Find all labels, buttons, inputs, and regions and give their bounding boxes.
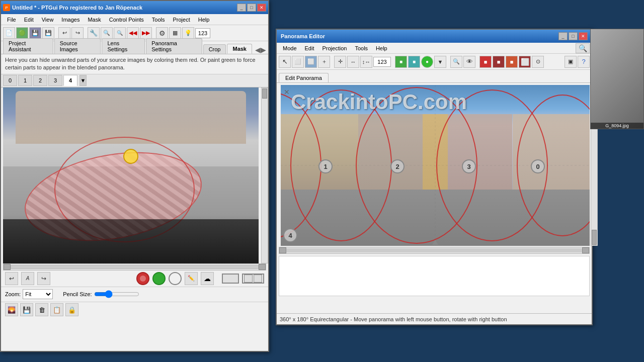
file-save-button[interactable]: 💾: [20, 303, 33, 316]
pano-tb-teal[interactable]: ■: [408, 56, 420, 68]
menu-file[interactable]: File: [3, 16, 20, 24]
pano-tb-cursor[interactable]: ↖: [279, 56, 291, 68]
menu-edit[interactable]: Edit: [20, 16, 38, 24]
mask-image-canvas[interactable]: [3, 87, 259, 263]
pano-tb-circle-green[interactable]: ●: [421, 56, 433, 68]
pano-tb-right: ▣ ?: [565, 56, 590, 68]
pencil-size-slider[interactable]: [94, 290, 139, 298]
menu-images[interactable]: Images: [57, 16, 84, 24]
feather-tool[interactable]: ☁: [201, 272, 214, 285]
undo-tool-button[interactable]: ↩: [5, 272, 18, 285]
tb-open-button[interactable]: 🟢: [16, 27, 28, 39]
redo-tool-button[interactable]: ↪: [37, 272, 50, 285]
pano-tb-green[interactable]: ■: [395, 56, 407, 68]
maximize-button[interactable]: □: [247, 4, 256, 12]
pano-tb-dropdown[interactable]: ▼: [434, 56, 446, 68]
tb-next-button[interactable]: ▶▶: [140, 27, 152, 39]
tb-new-button[interactable]: 📄: [3, 27, 15, 39]
pano-tb-panels[interactable]: ▣: [565, 56, 577, 68]
pano-search-button[interactable]: 🔍: [576, 43, 590, 53]
pano-tb-eye[interactable]: 👁: [463, 56, 475, 68]
menu-view[interactable]: View: [38, 16, 58, 24]
minimize-button[interactable]: _: [237, 4, 246, 12]
tb-stitch-button[interactable]: ⚙: [156, 27, 168, 39]
rect-tool[interactable]: [222, 274, 239, 284]
close-button[interactable]: ✕: [257, 4, 266, 12]
menu-help[interactable]: Help: [194, 16, 214, 24]
pano-tb-select[interactable]: ⬜: [292, 56, 304, 68]
tb-redo-button[interactable]: ↪: [71, 27, 84, 39]
pano-tb-move[interactable]: ✛: [334, 56, 346, 68]
tab-panorama-settings[interactable]: Panorama Settings: [146, 38, 202, 54]
pano-tab-edit-panorama[interactable]: Edit Panorama: [279, 73, 329, 82]
pano-scroll-h[interactable]: [279, 247, 590, 254]
pano-canvas-close[interactable]: ✕: [284, 88, 290, 96]
pano-tb-red2[interactable]: ■: [493, 56, 505, 68]
img-tab-0[interactable]: 0: [3, 75, 17, 86]
pano-image-canvas[interactable]: CrackintoPC.com 1 2 3 0: [281, 85, 590, 246]
pano-menu-help[interactable]: Help: [372, 44, 391, 52]
tb-number-input[interactable]: [195, 28, 210, 38]
img-tab-3[interactable]: 3: [48, 75, 62, 86]
menu-project[interactable]: Project: [169, 16, 194, 24]
tb-table-button[interactable]: ▦: [169, 27, 181, 39]
file-delete-button[interactable]: 🗑: [35, 303, 48, 316]
pano-menu-projection[interactable]: Projection: [318, 44, 351, 52]
pano-tb-more[interactable]: ⊙: [532, 56, 544, 68]
pano-tb-plus[interactable]: ＋: [318, 56, 330, 68]
pano-menubar: Mode Edit Projection Tools Help 🔍: [277, 43, 592, 54]
pano-tb-rotate[interactable]: ↔: [347, 56, 359, 68]
file-lock-button[interactable]: 🔒: [65, 303, 78, 316]
tb-prev-button[interactable]: ◀◀: [127, 27, 139, 39]
tab-mask[interactable]: Mask: [227, 44, 252, 54]
tb-align-button[interactable]: 🔧: [88, 27, 100, 39]
pano-menu-edit[interactable]: Edit: [301, 44, 318, 52]
tb-undo-button[interactable]: ↩: [58, 27, 70, 39]
tab-source-images[interactable]: Source Images: [54, 38, 101, 54]
tab-lens-settings[interactable]: Lens Settings: [102, 38, 145, 54]
tb-zoomout-button[interactable]: 🔍: [114, 27, 126, 39]
pano-tb-number[interactable]: [373, 57, 391, 67]
menu-mask[interactable]: Mask: [84, 16, 105, 24]
pano-menu-mode[interactable]: Mode: [279, 44, 301, 52]
pencil-tool[interactable]: ✏️: [185, 272, 198, 285]
tb-save2-button[interactable]: 💾: [42, 27, 54, 39]
pano-maximize-button[interactable]: □: [569, 32, 578, 40]
tabs-scroll-right[interactable]: ▶: [261, 46, 266, 54]
pano-tb-scale[interactable]: ↕↔: [360, 56, 372, 68]
tab-crop[interactable]: Crop: [203, 44, 226, 54]
menu-tools[interactable]: Tools: [148, 16, 169, 24]
tabs-scroll-left[interactable]: ◀: [255, 46, 261, 54]
img-tab-2[interactable]: 2: [33, 75, 47, 86]
text-tool-button[interactable]: A: [21, 272, 34, 285]
pano-tb-red1[interactable]: ■: [479, 56, 492, 68]
pano-tb-active[interactable]: ⬜: [305, 56, 317, 68]
green-paint-tool[interactable]: [152, 272, 166, 285]
file-new-button[interactable]: 🌄: [5, 303, 18, 316]
zoom-select[interactable]: Fit 25% 50% 100% 200%: [23, 289, 53, 299]
img-tab-4[interactable]: 4: [63, 75, 77, 86]
tb-zoomin-button[interactable]: 🔍: [101, 27, 113, 39]
pano-tb-zoomin[interactable]: 🔍: [450, 56, 462, 68]
ptgui-menubar: File Edit View Images Mask Control Point…: [1, 14, 268, 25]
menu-control-points[interactable]: Control Points: [105, 16, 148, 24]
img-tab-1[interactable]: 1: [18, 75, 32, 86]
img-tabs-scroll[interactable]: ▼: [79, 75, 87, 86]
pano-menu-tools[interactable]: Tools: [351, 44, 372, 52]
red-paint-tool[interactable]: [136, 272, 149, 285]
file-copy-button[interactable]: 📋: [50, 303, 63, 316]
tab-project-assistant[interactable]: Project Assistant: [3, 38, 53, 54]
pano-tb-help[interactable]: ?: [578, 56, 590, 68]
pano-tb-red4[interactable]: ⬜: [519, 56, 531, 68]
pano-tb-red3[interactable]: ■: [506, 56, 518, 68]
tb-save-button[interactable]: 💾: [29, 27, 41, 39]
split-rect-tool[interactable]: [242, 274, 264, 284]
empty-paint-tool[interactable]: [169, 272, 182, 285]
scroll-horizontal[interactable]: [3, 263, 266, 270]
pano-close-button[interactable]: ✕: [579, 32, 588, 40]
pano-minimize-button[interactable]: _: [558, 32, 568, 40]
tb-bulb-button[interactable]: 💡: [182, 27, 194, 39]
scroll-vertical[interactable]: [261, 87, 268, 263]
building-arcade: [16, 91, 246, 144]
pano-titlebar-buttons: _ □ ✕: [558, 32, 588, 40]
